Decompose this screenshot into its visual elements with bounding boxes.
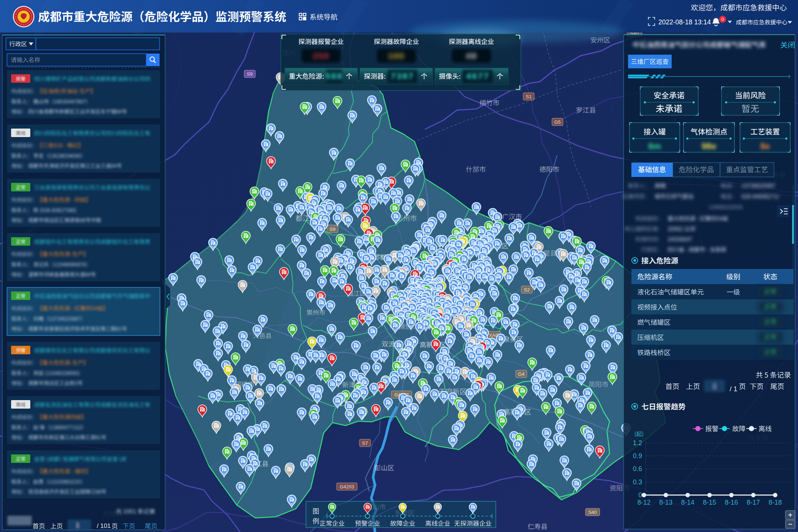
- svg-text:S9: S9: [247, 71, 253, 77]
- svg-text:S1: S1: [526, 94, 532, 99]
- svg-text:8-14: 8-14: [681, 499, 694, 506]
- svg-text:4677: 4677: [466, 72, 490, 82]
- svg-text:7387: 7387: [391, 72, 414, 82]
- svg-text:1.2: 1.2: [633, 439, 642, 447]
- svg-text:8-13: 8-13: [659, 499, 672, 506]
- svg-text:0: 0: [721, 17, 724, 22]
- svg-text:G4: G4: [518, 371, 524, 377]
- svg-text:8-12: 8-12: [637, 499, 651, 506]
- svg-text:165: 165: [388, 52, 405, 61]
- svg-text:0.3: 0.3: [633, 478, 642, 486]
- svg-text:0: 0: [638, 491, 642, 499]
- svg-text:G4203: G4203: [340, 484, 354, 490]
- svg-text:0.6: 0.6: [633, 465, 642, 473]
- svg-text:588: 588: [325, 72, 342, 82]
- svg-text:0.9: 0.9: [633, 452, 642, 460]
- svg-text:6m: 6m: [648, 141, 661, 151]
- svg-text:S40: S40: [588, 509, 597, 515]
- svg-text:8-15: 8-15: [703, 499, 716, 506]
- svg-text:8-16: 8-16: [725, 499, 738, 506]
- svg-text:8e: 8e: [760, 141, 770, 151]
- svg-text:S9: S9: [330, 226, 335, 232]
- svg-text:/ 1: / 1: [730, 385, 737, 393]
- svg-text:49: 49: [466, 52, 477, 61]
- svg-text:G5: G5: [554, 119, 560, 125]
- svg-text:8-18: 8-18: [768, 499, 782, 506]
- svg-text:S7: S7: [362, 440, 368, 446]
- svg-text:/ 101: / 101: [97, 522, 111, 529]
- svg-text:268: 268: [313, 52, 330, 61]
- svg-text:98e: 98e: [702, 141, 716, 151]
- svg-text:2022-08-18 13:14: 2022-08-18 13:14: [658, 18, 711, 26]
- svg-text:8-17: 8-17: [747, 499, 760, 506]
- svg-text:S2: S2: [524, 287, 530, 293]
